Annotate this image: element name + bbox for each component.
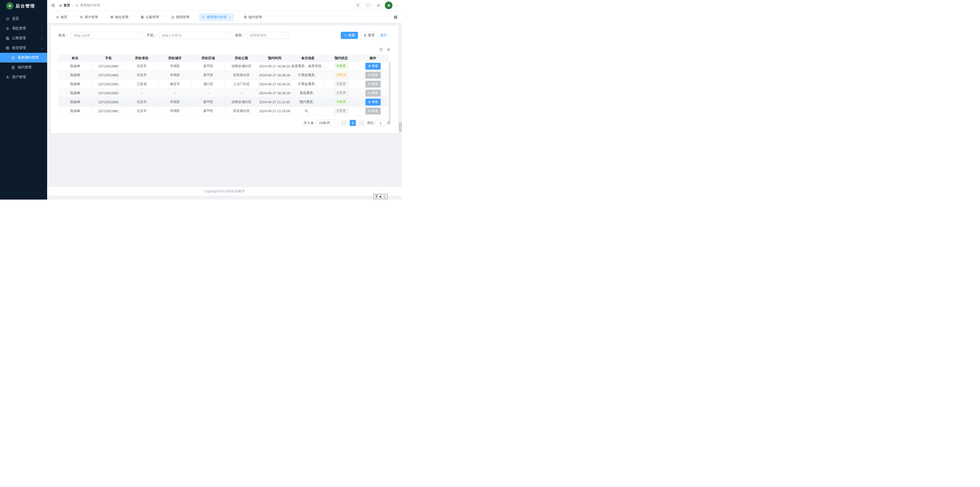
reset-button-label: 重置 [368,33,375,38]
cell-remark: 预约看房。 [291,98,325,107]
pagination-total: 共 6 条 [304,121,314,125]
sidebar-item-4[interactable]: 看房预约管理 [0,53,47,62]
cell-action: 带看 [358,107,388,116]
next-page-button[interactable] [358,120,364,126]
avatar[interactable] [385,2,393,9]
pagination-goto: 前往 页 [367,119,390,126]
tab-3[interactable]: 公寓管理 [138,13,161,21]
tab-5[interactable]: 看房预约管理 [199,13,234,21]
reset-button[interactable]: 重置 [361,32,378,39]
cell-phone: 15722922862 [92,107,125,116]
take-view-button[interactable]: 带看 [365,81,381,88]
prev-page-button[interactable] [341,120,347,126]
tab-label: 租约管理 [248,15,262,19]
goto-page-input[interactable] [375,119,386,126]
name-input[interactable] [71,32,142,39]
table-tools [59,48,390,51]
take-view-button[interactable]: 带看 [365,108,381,115]
table-row: 陈超峰15722922862北京市市辖区昌平区回龙观社区2024-09-27 2… [59,107,388,116]
column-header-1: 手机 [92,55,125,62]
take-view-button[interactable]: 带看 [365,90,381,97]
sidebar-item-1[interactable]: 系统管理 [0,24,47,33]
cell-status: 待看房 [325,62,358,71]
refresh-icon[interactable] [379,48,383,51]
tab-1[interactable]: 用户管理 [77,13,100,21]
sidebar-item-5[interactable]: 租约管理 [0,62,47,72]
cell-province: 北京市 [125,98,158,107]
sidebar-item-label: 租约管理 [18,65,43,70]
cell-action: 带看 [358,80,388,89]
table-row: 陈超峰15722922862北京市市辖区昌平区温都水城社区2024-09-27 … [59,62,388,71]
page-size-select[interactable]: 10条/页 [317,119,339,126]
breadcrumb-separator: › [72,3,73,8]
cell-name: 陈超峰 [59,107,92,116]
main-area: 首页 › 看房预约管理 首页用户管理岗位管理公寓管理房间管理看房预约管理租约管理 [47,0,402,200]
tab-label: 岗位管理 [115,15,128,19]
cell-city: 市辖区 [158,62,192,71]
eye-icon [368,91,371,94]
breadcrumb-current: 看房预约管理 [75,3,100,8]
phone-input[interactable] [159,32,231,39]
cell-city: -- [158,89,192,98]
expand-link[interactable]: 展开 [380,33,390,38]
province-select[interactable]: 请选择省份 [247,32,288,39]
cell-name: 陈超峰 [59,80,92,89]
name-filter-label: 姓名： [59,33,69,38]
take-view-button[interactable]: 带看 [365,72,381,79]
take-view-label: 带看 [372,64,378,68]
status-badge: 已看房 [334,81,348,87]
chevron-down-icon[interactable] [395,4,398,7]
search-button[interactable]: 搜索 [341,32,358,39]
refresh-icon[interactable] [354,2,362,9]
sidebar-fold-icon[interactable] [51,3,55,8]
sidebar-item-label: 租赁管理 [12,46,38,50]
gear-icon[interactable] [375,2,382,9]
column-header-8: 预约状态 [325,55,358,62]
cell-time: 2024-09-27 21:15:09 [258,107,291,116]
cell-district: 昌平区 [192,71,225,80]
table-scrollbar[interactable] [389,62,390,123]
close-icon[interactable] [229,16,231,18]
gear-icon[interactable] [387,48,390,51]
tab-6[interactable]: 租约管理 [241,13,264,21]
moon-icon [379,195,382,198]
fullscreen-icon[interactable] [364,2,372,9]
cell-action: 带看 [358,98,388,107]
sidebar-item-2[interactable]: 公寓管理 [0,33,47,43]
sidebar-item-6[interactable]: 用户管理 [0,72,47,82]
bottom-strip [47,196,402,200]
tab-label: 看房预约管理 [207,15,226,19]
chevron-up-icon [41,47,43,49]
table-header-row: 姓名手机所处省份所处城市所处区域所处公寓预约时间备注信息预约状态操作 [59,55,388,62]
take-view-button[interactable]: 带看 [365,63,381,70]
take-view-button[interactable]: 带看 [365,99,381,105]
column-header-4: 所处区域 [192,55,225,62]
tab-2[interactable]: 岗位管理 [108,13,131,21]
page-scrollbar-thumb[interactable] [399,123,401,131]
column-header-6: 预约时间 [258,55,291,62]
sidebar-item-0[interactable]: 首页 [0,14,47,24]
footer: Copyright©2024尚硅谷教学 [47,186,402,196]
cell-apartment: 上元门社区 [225,80,258,89]
cell-remark: 急需看房，速度安排。 [291,62,325,71]
page-1-button[interactable]: 1 [350,120,356,126]
tab-0[interactable]: 首页 [53,13,70,21]
card: 姓名： 手机： 省份： 请选择省份 搜索 [51,25,398,133]
grid-icon[interactable] [393,15,398,19]
tab-label: 公寓管理 [146,15,159,19]
building-icon [6,37,10,40]
status-badge: 已看房 [334,108,348,114]
breadcrumb-home[interactable]: 首页 [59,3,70,8]
cell-apartment: 回龙观社区 [225,107,258,116]
province-filter-label: 省份： [235,33,245,38]
column-header-2: 所处省份 [125,55,158,62]
user-icon [6,75,10,79]
take-view-label: 带看 [372,73,378,77]
table-row: 陈超峰15722922862北京市市辖区昌平区温都水城社区2024-09-27 … [59,98,388,107]
cell-district: 浦口区 [192,80,225,89]
tab-4[interactable]: 房间管理 [169,13,192,21]
take-view-label: 带看 [372,91,378,95]
sidebar-item-3[interactable]: 租赁管理 [0,43,47,53]
building-icon [141,15,144,19]
ime-status-bar[interactable]: 英 [373,194,388,199]
